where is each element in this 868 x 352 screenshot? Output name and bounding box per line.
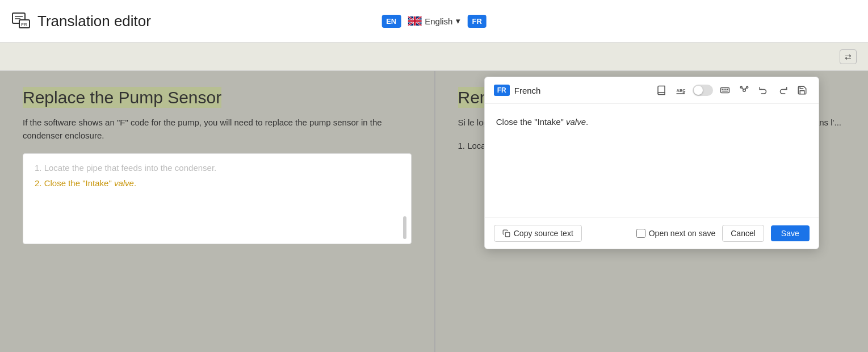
- toolbar-right: ⇄: [840, 49, 857, 64]
- fr-badge[interactable]: FR: [467, 15, 486, 28]
- article-title-en: Replace the Pump Sensor: [23, 87, 221, 108]
- header-left: FR Translation editor: [11, 11, 151, 31]
- toolbar-row: ⇄: [0, 43, 868, 71]
- footer-right: Open next on save Cancel Save: [636, 225, 810, 242]
- popup-footer: Copy source text Open next on save Cance…: [485, 217, 819, 249]
- svg-line-17: [745, 88, 746, 90]
- uk-flag-icon: [408, 16, 421, 26]
- translation-memory-icon: [739, 85, 749, 95]
- copy-source-button[interactable]: Copy source text: [494, 225, 582, 242]
- article-desc-en: If the software shows an "F" code for th…: [23, 116, 412, 142]
- save-draft-icon: [797, 85, 807, 95]
- redo-icon: [778, 85, 788, 95]
- keyboard-icon: [720, 85, 730, 95]
- popup-lang-badge: FR: [494, 85, 510, 96]
- undo-button[interactable]: [756, 83, 771, 98]
- save-button[interactable]: Save: [771, 225, 810, 241]
- right-panel: Remplacer le capteur de la pompe Si le l…: [435, 71, 869, 352]
- keyboard-icon-button[interactable]: [718, 83, 732, 98]
- book-icon: [656, 85, 666, 95]
- undo-icon: [758, 85, 769, 95]
- book-icon-button[interactable]: [654, 83, 669, 98]
- chevron-down-icon: ▾: [456, 16, 460, 26]
- editor-box-en[interactable]: 1. Locate the pipe that feeds into the c…: [23, 153, 412, 244]
- swap-button[interactable]: ⇄: [840, 49, 857, 64]
- svg-point-14: [740, 86, 742, 88]
- popup-body[interactable]: Close the "Intake" valve.: [485, 104, 819, 217]
- redo-button[interactable]: [775, 83, 790, 98]
- scrollbar-hint: [403, 216, 406, 239]
- step1-en: 1. Locate the pipe that feeds into the c…: [35, 163, 400, 173]
- spellcheck-icon: ABC: [676, 85, 686, 95]
- popup-content[interactable]: Close the "Intake" valve.: [496, 115, 807, 129]
- translation-editor-icon: FR: [11, 11, 32, 31]
- language-selector[interactable]: English ▾: [408, 16, 460, 26]
- language-label: English: [425, 16, 452, 26]
- svg-point-15: [747, 86, 748, 88]
- translation-memory-button[interactable]: [737, 83, 752, 98]
- open-next-label[interactable]: Open next on save: [636, 229, 716, 238]
- main-area: Replace the Pump Sensor If the software …: [0, 71, 868, 352]
- page-title: Translation editor: [37, 12, 151, 30]
- toggle-switch[interactable]: [693, 85, 713, 96]
- svg-text:FR: FR: [21, 22, 27, 27]
- svg-rect-7: [720, 88, 729, 93]
- save-draft-button[interactable]: [795, 83, 810, 98]
- en-badge[interactable]: EN: [381, 15, 401, 28]
- step2-en: 2. Close the "Intake" valve.: [35, 178, 400, 188]
- popup-header-actions: ABC: [654, 83, 810, 98]
- cancel-button[interactable]: Cancel: [722, 225, 764, 242]
- header-center: EN English ▾ FR: [381, 15, 487, 28]
- copy-icon: [502, 229, 510, 237]
- open-next-checkbox[interactable]: [636, 229, 645, 238]
- svg-rect-18: [505, 232, 510, 237]
- popup-lang-name: French: [514, 86, 541, 95]
- popup-header: FR French ABC: [485, 77, 819, 104]
- translation-popup: FR French ABC: [484, 77, 819, 249]
- svg-line-16: [742, 88, 743, 90]
- spellcheck-icon-button[interactable]: ABC: [673, 83, 688, 98]
- left-panel: Replace the Pump Sensor If the software …: [0, 71, 434, 352]
- header: FR Translation editor EN English ▾ FR: [0, 0, 868, 43]
